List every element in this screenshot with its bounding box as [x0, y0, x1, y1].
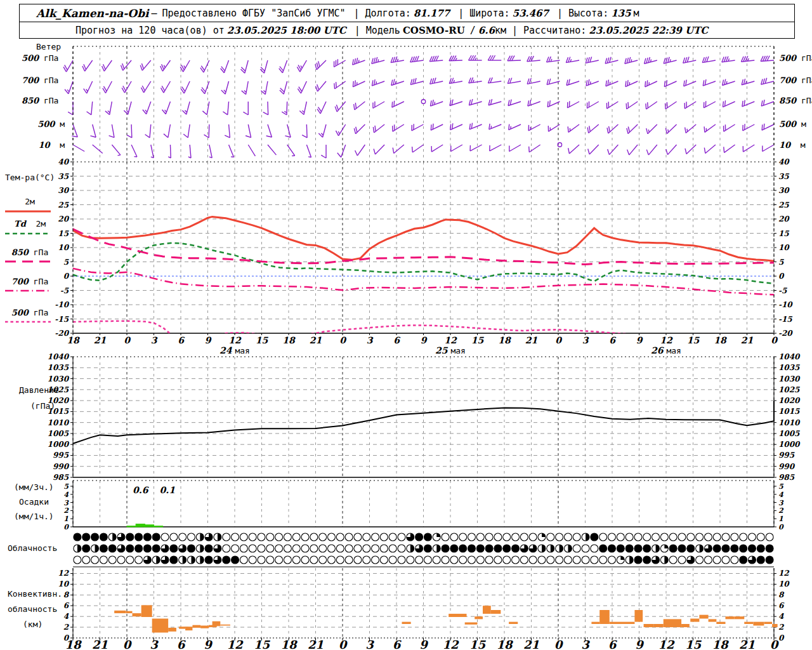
wind-barb: [181, 81, 190, 93]
conv-cloud-bar: [200, 626, 209, 628]
svg-text:1035: 1035: [48, 363, 69, 372]
wind-barb: [372, 79, 384, 86]
svg-text:12: 12: [778, 569, 790, 578]
svg-text:1005: 1005: [48, 429, 69, 438]
svg-text:-5: -5: [778, 286, 787, 295]
conv-cloud-bar: [753, 622, 764, 626]
svg-text:990: 990: [53, 462, 70, 471]
wind-barb: [664, 57, 676, 63]
conv-cloud-bar: [185, 627, 192, 630]
svg-text:20: 20: [778, 215, 790, 223]
svg-text:1035: 1035: [778, 363, 800, 372]
conv-cloud-bar: [644, 624, 654, 627]
svg-text:21: 21: [310, 335, 322, 345]
wind-barb: [625, 80, 638, 86]
wind-barb: [168, 145, 171, 158]
wind-barb: [353, 80, 365, 86]
conv-cloud-bar: [591, 622, 599, 624]
conv-cloud-bar: [709, 619, 717, 621]
wind-barb: [450, 123, 462, 129]
wind-barb: [242, 81, 249, 95]
svg-text:21: 21: [525, 335, 538, 345]
svg-text:985: 985: [778, 473, 795, 482]
wind-barb: [93, 145, 103, 153]
wind-barb: [164, 124, 171, 138]
wind-barb: [161, 81, 171, 93]
wind-barb: [103, 81, 112, 93]
svg-text:2: 2: [63, 623, 70, 632]
separator: |: [506, 25, 523, 36]
latitude-value: 53.467: [510, 8, 551, 19]
precip-unit-1h: (мм/1ч.): [14, 512, 54, 521]
wind-barb: [299, 102, 306, 115]
conv-cloud-bar: [475, 616, 483, 619]
svg-text:35: 35: [58, 172, 69, 181]
latitude-label: Широта:: [469, 8, 509, 19]
wind-barb: [429, 56, 443, 62]
svg-text:9: 9: [421, 335, 428, 345]
wind-barb: [625, 57, 638, 63]
conv-cloud-bar: [449, 614, 466, 617]
wind-barb: [229, 145, 234, 157]
svg-text:3: 3: [367, 335, 374, 345]
wind-barb: [488, 77, 501, 83]
precip-unit-3h: (мм/3ч.): [14, 482, 54, 492]
wind-barb: [743, 145, 754, 152]
svg-text:2: 2: [778, 507, 784, 515]
wind-level-500hpa-left: 500 гПа: [22, 53, 71, 63]
svg-text:985: 985: [53, 473, 69, 482]
wind-barb: [315, 60, 326, 70]
wind-barb: [547, 100, 560, 107]
svg-text:3: 3: [150, 638, 159, 650]
forecast-prefix: Прогноз на 120 часа(ов) от: [75, 25, 225, 36]
wind-barb: [586, 79, 599, 86]
wind-barb: [608, 145, 619, 155]
wind-barb: [703, 79, 716, 86]
wind-barb: [373, 102, 384, 109]
wind-barb: [223, 102, 228, 115]
conv-cloud-bar: [126, 611, 133, 613]
wind-barb: [702, 56, 716, 63]
temp-legend-500hpa: 500 гПа: [5, 308, 55, 317]
wind-barb: [704, 124, 716, 132]
wind-barb: [183, 124, 190, 138]
precip-bar: [136, 524, 145, 527]
svg-text:-10: -10: [55, 300, 69, 309]
svg-text:-15: -15: [55, 315, 69, 324]
wind-barb: [372, 57, 384, 63]
station-name: Alk_Kamen-na-Obi: [36, 7, 149, 20]
conv-cloud-bar: [664, 619, 681, 627]
wind-barb: [568, 101, 580, 108]
precip-panel-title: Осадки: [19, 497, 49, 507]
svg-text:6: 6: [393, 335, 400, 345]
wind-barb: [762, 124, 774, 130]
svg-text:-20: -20: [778, 329, 793, 338]
conv-cloud-bar: [402, 622, 411, 624]
svg-text:24 мая: 24 мая: [219, 345, 250, 355]
wind-barb: [666, 145, 677, 155]
wind-barb: [102, 60, 112, 71]
svg-text:12: 12: [658, 638, 675, 650]
svg-text:18: 18: [498, 335, 511, 345]
wind-barb: [646, 124, 657, 134]
svg-text:30: 30: [778, 186, 790, 195]
wind-barb: [763, 145, 774, 152]
wind-barb: [90, 124, 96, 137]
wind-barb: [393, 145, 404, 153]
svg-text:1: 1: [778, 515, 783, 523]
svg-text:6: 6: [178, 335, 185, 345]
svg-text:1010: 1010: [778, 418, 801, 427]
wind-barb: [202, 102, 209, 115]
svg-text:15: 15: [256, 335, 269, 345]
svg-text:1030: 1030: [48, 375, 70, 383]
svg-text:1030: 1030: [778, 375, 801, 383]
wind-barb: [336, 124, 345, 136]
svg-text:5: 5: [63, 482, 69, 491]
wind-barb: [240, 60, 248, 73]
wind-barb: [529, 145, 540, 152]
wind-barb: [246, 124, 251, 138]
wind-barb: [279, 60, 287, 73]
time-axis-labels: 1821036912151821036912151821036912151821…: [67, 333, 778, 355]
wind-barb: [605, 57, 618, 63]
wind-barb: [488, 55, 501, 60]
